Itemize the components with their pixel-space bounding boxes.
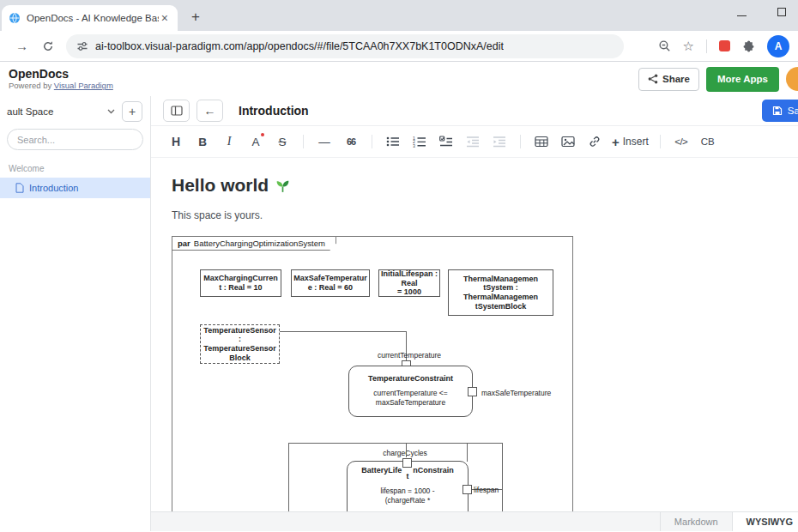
port-label-charge-cycles: chargeCycles bbox=[354, 449, 456, 457]
search-input[interactable] bbox=[7, 129, 143, 150]
address-bar-icons: ☆ A bbox=[658, 35, 789, 57]
block-temperature-sensor: TemperatureSensor : TemperatureSensor Bl… bbox=[200, 324, 280, 364]
powered-by: Powered by Visual Paradigm bbox=[9, 81, 113, 90]
bold-button[interactable]: B bbox=[193, 130, 212, 153]
browser-tab-strip: OpenDocs - AI Knowledge Base × + bbox=[0, 0, 798, 31]
tab-wysiwyg[interactable]: WYSIWYG bbox=[732, 512, 798, 531]
search-row bbox=[0, 127, 150, 155]
forward-icon[interactable]: → bbox=[15, 39, 28, 53]
bullet-list-icon[interactable] bbox=[384, 130, 402, 153]
window-minimize-icon[interactable] bbox=[737, 15, 747, 16]
document-icon bbox=[15, 183, 24, 193]
browser-tab[interactable]: OpenDocs - AI Knowledge Base × bbox=[2, 5, 178, 31]
constraint-title: TemperatureConstraint bbox=[349, 374, 472, 383]
sidebar: ault Space + Welcome Introduction bbox=[0, 96, 151, 531]
link-icon[interactable] bbox=[585, 130, 604, 153]
save-button[interactable]: Save bbox=[762, 100, 798, 122]
sidebar-item-introduction[interactable]: Introduction bbox=[0, 178, 150, 198]
bookmark-star-icon[interactable]: ☆ bbox=[683, 39, 694, 54]
parametric-diagram[interactable]: par BatteryChargingOptimizationSystem Ma… bbox=[172, 236, 573, 511]
port-label-current-temperature: currentTemperature bbox=[349, 351, 469, 360]
space-name: ault Space bbox=[7, 106, 53, 117]
page-heading: Hello world bbox=[172, 175, 269, 196]
port-label-max-safe-temperature: maxSafeTemperature bbox=[481, 389, 551, 397]
more-apps-button[interactable]: More Apps bbox=[706, 67, 779, 92]
numbered-list-icon[interactable]: 123 bbox=[410, 130, 429, 153]
svg-text:3: 3 bbox=[413, 143, 415, 148]
blockquote-button[interactable]: 66 bbox=[342, 130, 360, 153]
tab-markdown[interactable]: Markdown bbox=[660, 512, 732, 531]
body-paragraph: This space is yours. bbox=[172, 209, 798, 221]
toolbar-separator bbox=[303, 135, 304, 148]
tab-close-icon[interactable]: × bbox=[159, 11, 171, 25]
inline-code-button[interactable]: </> bbox=[672, 130, 691, 153]
port-max-safe-temperature bbox=[468, 387, 477, 396]
save-icon bbox=[772, 106, 783, 116]
seedling-emoji-icon bbox=[275, 178, 291, 194]
indent-icon[interactable] bbox=[490, 130, 509, 153]
extension-red-icon[interactable] bbox=[719, 40, 730, 51]
main-panel: ← Introduction Save H B I A S — 66 bbox=[151, 96, 798, 531]
site-info-icon[interactable] bbox=[76, 40, 88, 52]
back-arrow-icon: ← bbox=[204, 104, 216, 118]
value-block-max-charging-current: MaxChargingCurren t : Real = 10 bbox=[200, 269, 281, 297]
insert-button[interactable]: + Insert bbox=[612, 135, 649, 149]
window-controls bbox=[737, 8, 786, 16]
app-header-actions: Share More Apps bbox=[638, 67, 798, 92]
url-bar[interactable]: ai-toolbox.visual-paradigm.com/app/opend… bbox=[66, 34, 624, 58]
url-text[interactable]: ai-toolbox.visual-paradigm.com/app/opend… bbox=[95, 40, 504, 52]
reload-icon[interactable] bbox=[42, 40, 54, 52]
value-block-initial-lifespan: InitialLifespan : Real = 1000 bbox=[378, 269, 440, 297]
italic-button[interactable]: I bbox=[220, 130, 239, 153]
document-title: Introduction bbox=[239, 104, 309, 118]
image-icon[interactable] bbox=[559, 130, 577, 153]
app-body: ault Space + Welcome Introduction bbox=[0, 96, 798, 531]
connector-line bbox=[280, 331, 407, 332]
new-space-button[interactable]: + bbox=[122, 101, 142, 122]
checklist-icon[interactable] bbox=[437, 130, 456, 153]
font-color-button[interactable]: A bbox=[246, 130, 265, 153]
port-label-lifespan: lifespan bbox=[474, 486, 499, 494]
browser-address-bar: → ai-toolbox.visual-paradigm.com/app/ope… bbox=[0, 31, 798, 62]
color-dot-icon bbox=[261, 133, 264, 136]
space-selector-row: ault Space + bbox=[0, 96, 150, 127]
strikethrough-button[interactable]: S bbox=[273, 130, 292, 153]
format-toolbar: H B I A S — 66 123 bbox=[151, 126, 798, 158]
share-button[interactable]: Share bbox=[638, 68, 699, 91]
constraint-battery-lifespan: BatteryLife nConstrain t lifespan = 1000… bbox=[347, 461, 469, 511]
constraint-expression: currentTemperature <= maxSafeTemperature bbox=[349, 389, 472, 408]
share-icon bbox=[648, 74, 658, 84]
tab-favicon-icon bbox=[9, 12, 21, 24]
visual-paradigm-link[interactable]: Visual Paradigm bbox=[54, 81, 113, 90]
block-thermal-management-system: ThermalManagemen tSystem : ThermalManage… bbox=[448, 269, 553, 316]
horizontal-rule-button[interactable]: — bbox=[315, 130, 334, 153]
editor-content[interactable]: Hello world This space is yours. par Bat… bbox=[151, 158, 798, 511]
plus-icon: + bbox=[612, 135, 620, 149]
new-tab-button[interactable]: + bbox=[184, 6, 207, 28]
browser-profile-avatar[interactable]: A bbox=[767, 35, 789, 57]
connector-line bbox=[406, 443, 407, 457]
sidebar-item-label: Introduction bbox=[29, 183, 78, 193]
outdent-icon[interactable] bbox=[463, 130, 482, 153]
value-block-max-safe-temperature: MaxSafeTemperatur e : Real = 60 bbox=[291, 269, 370, 297]
app-title: OpenDocs bbox=[9, 68, 113, 81]
port-lifespan bbox=[462, 485, 472, 494]
code-block-button[interactable]: CB bbox=[698, 130, 717, 153]
heading-button[interactable]: H bbox=[166, 130, 185, 153]
browser-window: OpenDocs - AI Knowledge Base × + → ai-to… bbox=[0, 0, 798, 532]
space-selector[interactable]: ault Space bbox=[7, 106, 115, 117]
account-avatar[interactable] bbox=[786, 67, 798, 91]
zoom-icon[interactable] bbox=[658, 39, 671, 52]
table-icon[interactable] bbox=[532, 130, 551, 153]
toolbar-separator bbox=[520, 135, 521, 148]
toolbar-separator bbox=[660, 135, 661, 148]
extensions-puzzle-icon[interactable] bbox=[742, 39, 755, 52]
window-maximize-icon[interactable] bbox=[777, 8, 786, 16]
chevron-down-icon bbox=[107, 109, 115, 114]
document-header: ← Introduction Save bbox=[151, 96, 798, 126]
app-header: OpenDocs Powered by Visual Paradigm Shar… bbox=[0, 62, 798, 96]
back-button[interactable]: ← bbox=[196, 100, 223, 122]
editor-mode-bar: Markdown WYSIWYG bbox=[151, 511, 798, 531]
connector-line bbox=[467, 443, 468, 462]
toggle-sidebar-button[interactable] bbox=[163, 100, 190, 122]
